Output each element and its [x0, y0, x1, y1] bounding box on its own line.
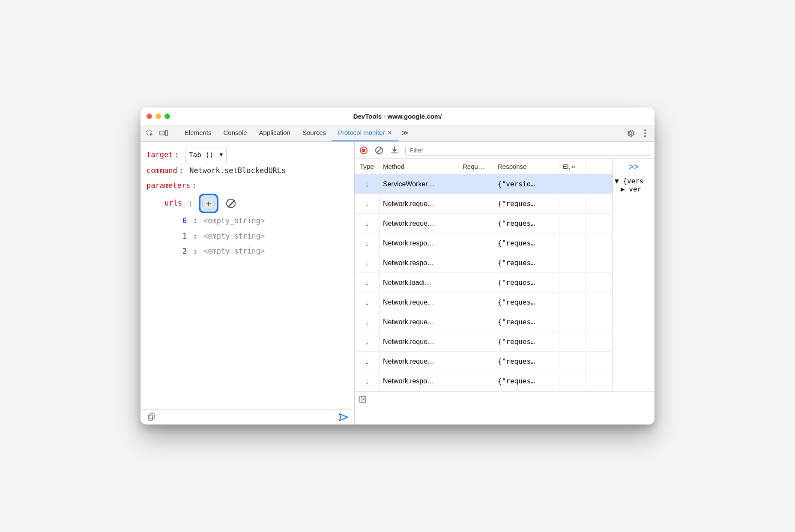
tab-application[interactable]: Application: [253, 125, 296, 141]
row-response-cell: {"reques…: [494, 293, 559, 312]
details-pane: >> ▼ {vers ▶ ver: [613, 159, 655, 391]
traffic-lights: [146, 114, 170, 119]
add-url-button[interactable]: +: [202, 197, 215, 210]
table-row[interactable]: ↓Network.reque…{"reques…: [355, 214, 613, 233]
json-tree-child[interactable]: ▶ ver: [615, 185, 653, 193]
svg-line-11: [377, 148, 382, 153]
urls-row: urls : +: [146, 194, 348, 213]
window-maximize-button[interactable]: [164, 114, 170, 119]
col-response[interactable]: Response: [494, 159, 559, 174]
row-response-cell: {"reques…: [494, 214, 559, 233]
content: target: Tab () ▼ command: Network.setBlo…: [140, 142, 655, 424]
inspect-element-icon[interactable]: [144, 127, 156, 139]
table-row[interactable]: ↓Network.reque…{"reques…: [355, 194, 613, 214]
close-icon[interactable]: ✕: [387, 129, 392, 136]
messages-pane: Type Method Requ… Response El. ▴▾ ↓Servi…: [355, 142, 655, 424]
table-row[interactable]: ↓Network.reque…{"reques…: [355, 312, 613, 332]
download-icon: [391, 146, 398, 155]
svg-rect-6: [148, 415, 152, 420]
command-value[interactable]: Network.setBlockedURLs: [189, 166, 286, 175]
download-button[interactable]: [390, 146, 399, 155]
copy-icon: [147, 413, 155, 421]
row-request-cell: [459, 312, 494, 332]
window-close-button[interactable]: [146, 114, 152, 119]
col-type[interactable]: Type: [355, 159, 380, 174]
clear-button[interactable]: [374, 146, 384, 155]
row-request-cell: [459, 273, 494, 292]
row-method-cell: Network.respo…: [380, 233, 459, 253]
table-row[interactable]: ↓Network.respo…{"reques…: [355, 233, 613, 253]
clear-icon: [375, 146, 383, 155]
row-type-cell: ↓: [355, 253, 380, 272]
row-type-cell: ↓: [355, 214, 380, 233]
send-icon: [339, 413, 348, 421]
table-row[interactable]: ↓Network.respo…{"reques…: [355, 253, 613, 273]
right-footer: [355, 391, 655, 406]
row-type-cell: ↓: [355, 194, 380, 213]
devtools-window: DevTools - www.google.com/ Elements Cons…: [140, 108, 655, 424]
kebab-icon: [644, 129, 646, 137]
gear-icon: [626, 129, 635, 137]
filter-input[interactable]: [405, 145, 650, 156]
table-row[interactable]: ↓Network.reque…{"reques…: [355, 352, 613, 371]
row-request-cell: [459, 371, 494, 391]
row-request-cell: [459, 352, 494, 371]
messages-table[interactable]: ↓ServiceWorker…{"versio…↓Network.reque…{…: [355, 174, 613, 391]
col-method[interactable]: Method: [380, 159, 459, 174]
tab-console[interactable]: Console: [218, 125, 253, 141]
urls-label: urls: [164, 199, 182, 207]
row-type-cell: ↓: [355, 371, 380, 391]
row-type-cell: ↓: [355, 273, 380, 292]
row-elapsed-cell: [559, 371, 586, 391]
command-label: command: [146, 166, 177, 175]
table-row[interactable]: ↓ServiceWorker…{"versio…: [355, 174, 613, 194]
clear-urls-button[interactable]: [226, 199, 236, 208]
toggle-panel-button[interactable]: [359, 395, 367, 403]
command-row: command: Network.setBlockedURLs: [146, 163, 348, 179]
more-options-button[interactable]: [639, 127, 651, 139]
more-tabs-button[interactable]: ≫: [398, 125, 412, 141]
table-row[interactable]: ↓Network.loadi…{"reques…: [355, 273, 613, 293]
row-type-cell: ↓: [355, 174, 380, 194]
col-request[interactable]: Requ…: [459, 159, 494, 174]
tab-protocol-monitor[interactable]: Protocol monitor ✕: [332, 125, 398, 141]
target-select[interactable]: Tab () ▼: [185, 147, 227, 163]
copy-button[interactable]: [146, 412, 157, 423]
svg-rect-7: [150, 414, 154, 419]
command-editor-pane: target: Tab () ▼ command: Network.setBlo…: [140, 142, 355, 424]
row-response-cell: {"reques…: [494, 253, 559, 272]
divider: [174, 129, 174, 138]
arrow-down-icon: ↓: [365, 179, 369, 189]
send-command-button[interactable]: [338, 412, 349, 423]
row-type-cell: ↓: [355, 233, 380, 253]
row-elapsed-cell: [559, 214, 586, 233]
row-elapsed-cell: [559, 332, 586, 351]
arrow-down-icon: ↓: [365, 376, 369, 386]
col-elapsed[interactable]: El. ▴▾: [559, 159, 586, 174]
row-method-cell: ServiceWorker…: [380, 174, 459, 194]
tab-sources[interactable]: Sources: [296, 125, 332, 141]
row-response-cell: {"reques…: [494, 233, 559, 253]
json-tree-root[interactable]: ▼ {vers: [615, 177, 653, 185]
table-row[interactable]: ↓Network.reque…{"reques…: [355, 293, 613, 312]
row-response-cell: {"reques…: [494, 371, 559, 391]
tab-elements[interactable]: Elements: [179, 125, 218, 141]
row-response-cell: {"versio…: [494, 174, 559, 194]
row-method-cell: Network.respo…: [380, 253, 459, 272]
details-more-tabs[interactable]: >>: [613, 159, 655, 174]
row-request-cell: [459, 332, 494, 351]
record-button[interactable]: [359, 146, 368, 155]
row-request-cell: [459, 214, 494, 233]
settings-button[interactable]: [625, 127, 637, 139]
device-toolbar-icon[interactable]: [158, 127, 170, 139]
row-type-cell: ↓: [355, 332, 380, 351]
row-type-cell: ↓: [355, 293, 380, 312]
arrow-down-icon: ↓: [365, 356, 369, 366]
record-stop-icon: [359, 146, 368, 155]
table-row[interactable]: ↓Network.respo…{"reques…: [355, 371, 613, 391]
table-row[interactable]: ↓Network.reque…{"reques…: [355, 332, 613, 352]
row-method-cell: Network.reque…: [380, 194, 459, 213]
window-minimize-button[interactable]: [155, 114, 161, 119]
row-elapsed-cell: [559, 312, 586, 332]
row-request-cell: [459, 174, 494, 194]
